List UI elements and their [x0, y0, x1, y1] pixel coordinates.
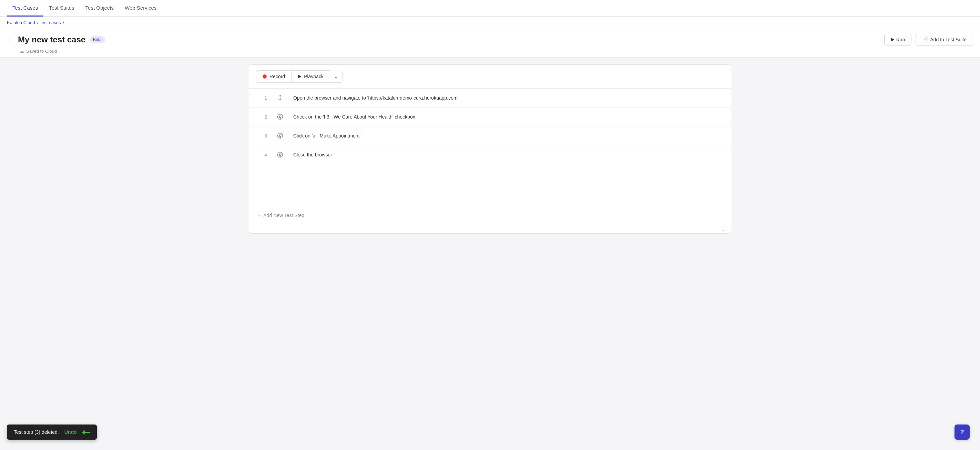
add-icon: + [258, 212, 261, 218]
page-header: ← My new test case Beta Run 📄 Add to Tes… [0, 29, 980, 48]
tab-web-services[interactable]: Web Services [119, 0, 162, 16]
step-text-1: Open the browser and navigate to 'https:… [293, 95, 722, 100]
breadcrumb-test-cases[interactable]: test-cases [40, 20, 60, 25]
table-row: 4 Close the browser [249, 145, 731, 164]
close-browser-icon [275, 152, 285, 158]
playback-button[interactable]: Playback [291, 70, 330, 83]
page-title: My new test case [18, 35, 86, 45]
tab-test-cases[interactable]: Test Cases [7, 0, 43, 16]
navigate-icon [275, 95, 285, 101]
test-panel: Record Playback ⌄ 1 [249, 64, 731, 234]
table-row: 2 Check on the 'h3 - We Care About Your … [249, 108, 731, 126]
record-label: Record [269, 74, 285, 79]
step-number-2: 2 [258, 114, 267, 119]
tab-test-objects[interactable]: Test Objects [80, 0, 119, 16]
snackbar-message: Test step (3) deleted. [14, 429, 59, 435]
snackbar-undo-button[interactable]: Undo [64, 429, 77, 435]
page-header-right: Run 📄 Add to Test Suite [884, 34, 973, 46]
test-toolbar: Record Playback ⌄ [249, 65, 731, 89]
add-new-test-step-row[interactable]: + Add New Test Step [249, 206, 731, 225]
checkbox-icon [275, 114, 285, 120]
play-triangle-icon [298, 75, 301, 79]
cloud-icon: ☁ [19, 48, 24, 54]
scroll-indicator: ⌄ [249, 225, 731, 233]
step-text-4: Close the browser [293, 152, 722, 157]
table-row: 1 Open the browser and navigate to 'http… [249, 89, 731, 108]
step-text-3: Click on 'a - Make Appointment' [293, 133, 722, 138]
beta-badge: Beta [89, 36, 105, 43]
snackbar: Test step (3) deleted. Undo [7, 425, 97, 440]
saved-status: ☁ Saved to Cloud [0, 48, 980, 57]
help-button[interactable]: ? [955, 425, 970, 440]
record-dot-icon [262, 75, 267, 79]
back-button[interactable]: ← [7, 36, 14, 44]
breadcrumb-sep-2: / [63, 20, 64, 25]
help-icon: ? [960, 429, 964, 436]
add-suite-label: Add to Test Suite [930, 37, 967, 42]
table-row: 3 Click on 'a - Make Appointment' [249, 126, 731, 145]
run-label: Run [896, 37, 905, 42]
more-options-button[interactable]: ⌄ [330, 71, 342, 83]
record-button[interactable]: Record [256, 70, 291, 83]
step-text-2: Check on the 'h3 - We Care About Your He… [293, 114, 722, 119]
main-content: Record Playback ⌄ 1 [0, 57, 980, 450]
undo-arrow-icon [84, 432, 90, 433]
run-icon [891, 38, 894, 42]
chevron-down-scroll-icon: ⌄ [721, 226, 725, 232]
step-number-3: 3 [258, 133, 267, 138]
click-icon [275, 133, 285, 139]
chevron-down-icon: ⌄ [334, 74, 338, 79]
page-header-left: ← My new test case Beta [7, 35, 105, 45]
saved-status-text: Saved to Cloud [26, 49, 57, 54]
test-steps-list: 1 Open the browser and navigate to 'http… [249, 89, 731, 164]
breadcrumb: Katalon Cloud / test-cases / [0, 16, 980, 29]
playback-label: Playback [304, 74, 324, 79]
run-button[interactable]: Run [884, 34, 912, 46]
add-suite-icon: 📄 [922, 37, 928, 42]
add-step-label: Add New Test Step [263, 213, 304, 218]
top-navigation: Test Cases Test Suites Test Objects Web … [0, 0, 980, 16]
breadcrumb-katalon-cloud[interactable]: Katalon Cloud [7, 20, 35, 25]
breadcrumb-sep-1: / [37, 20, 38, 25]
step-number-4: 4 [258, 152, 267, 157]
step-number-1: 1 [258, 95, 267, 100]
tab-test-suites[interactable]: Test Suites [43, 0, 80, 16]
empty-area [249, 164, 731, 206]
add-to-test-suite-button[interactable]: 📄 Add to Test Suite [916, 34, 973, 46]
